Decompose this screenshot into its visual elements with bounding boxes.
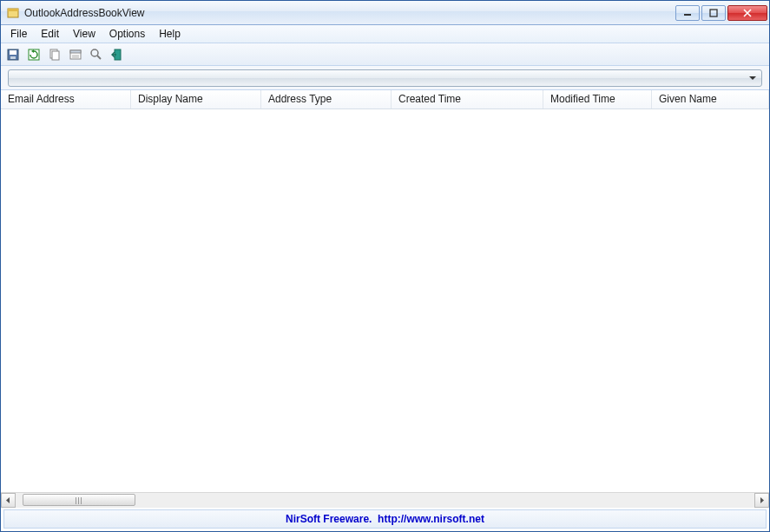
maximize-button[interactable] xyxy=(701,5,726,21)
minimize-button[interactable] xyxy=(675,5,700,21)
refresh-icon[interactable] xyxy=(25,46,43,63)
svg-rect-6 xyxy=(10,56,16,59)
table-body[interactable] xyxy=(1,109,769,492)
col-created[interactable]: Created Time xyxy=(392,90,543,108)
profile-dropdown[interactable] xyxy=(8,69,762,87)
col-display[interactable]: Display Name xyxy=(131,90,261,108)
window-controls xyxy=(674,5,767,21)
svg-point-14 xyxy=(91,49,98,56)
horizontal-scrollbar[interactable] xyxy=(1,492,769,507)
svg-rect-9 xyxy=(52,51,59,60)
statusbar: NirSoft Freeware. http://www.nirsoft.net xyxy=(3,509,767,529)
col-given[interactable]: Given Name xyxy=(652,90,769,108)
svg-rect-2 xyxy=(684,14,691,16)
menubar: File Edit View Options Help xyxy=(1,25,769,43)
scroll-right-button[interactable] xyxy=(754,493,769,508)
dropdown-value xyxy=(9,70,14,82)
toolbar xyxy=(1,43,769,66)
svg-rect-3 xyxy=(710,10,717,16)
copy-icon[interactable] xyxy=(46,46,63,63)
properties-icon[interactable] xyxy=(67,46,84,63)
menu-file[interactable]: File xyxy=(4,26,33,42)
svg-rect-5 xyxy=(10,50,16,55)
scroll-left-button[interactable] xyxy=(1,493,16,508)
chevron-down-icon xyxy=(749,76,756,80)
status-company: NirSoft Freeware. xyxy=(286,513,372,525)
profile-dropdown-bar xyxy=(1,66,769,90)
col-addrtype[interactable]: Address Type xyxy=(261,90,392,108)
scroll-track[interactable] xyxy=(16,493,754,508)
scroll-thumb[interactable] xyxy=(23,494,135,506)
window-title: OutlookAddressBookView xyxy=(24,7,674,19)
col-email[interactable]: Email Address xyxy=(1,90,131,108)
svg-rect-11 xyxy=(70,50,81,53)
app-window: OutlookAddressBookView File Edit View Op… xyxy=(0,0,770,532)
svg-line-15 xyxy=(97,56,101,59)
menu-options[interactable]: Options xyxy=(103,26,151,42)
menu-view[interactable]: View xyxy=(67,26,102,42)
titlebar[interactable]: OutlookAddressBookView xyxy=(1,1,769,25)
app-icon xyxy=(6,6,20,20)
close-button[interactable] xyxy=(727,5,767,21)
table-header: Email Address Display Name Address Type … xyxy=(1,90,769,109)
menu-help[interactable]: Help xyxy=(153,26,187,42)
status-link[interactable]: http://www.nirsoft.net xyxy=(378,513,484,525)
col-modified[interactable]: Modified Time xyxy=(543,90,652,108)
find-icon[interactable] xyxy=(88,46,105,63)
menu-edit[interactable]: Edit xyxy=(35,26,65,42)
svg-rect-1 xyxy=(8,9,18,11)
save-icon[interactable] xyxy=(4,46,22,63)
exit-icon[interactable] xyxy=(109,46,126,63)
